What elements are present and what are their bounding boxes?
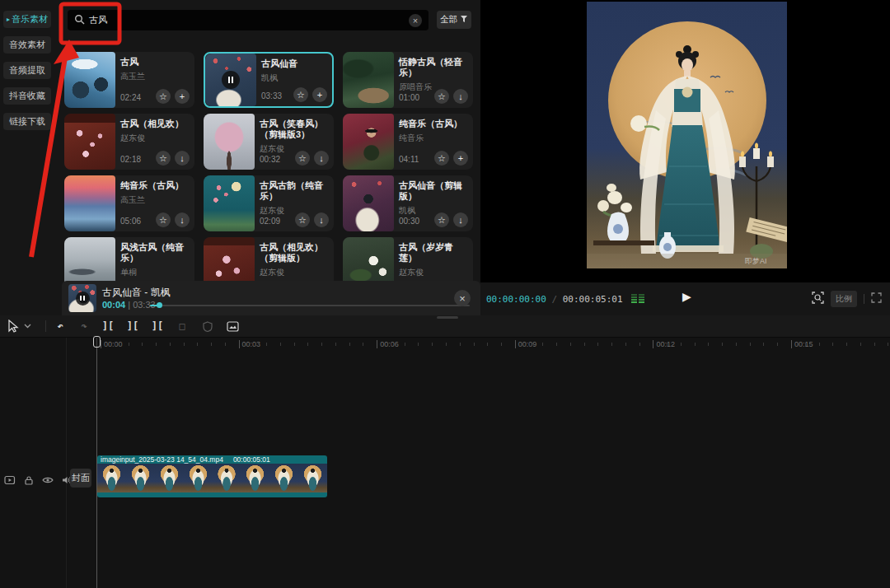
video-clip[interactable]: imageinput_2025-03-23 14_54_04.mp4 00:00… (97, 455, 327, 497)
music-artist: 赵东俊 (399, 267, 469, 278)
play-button[interactable]: ▶ (682, 290, 691, 303)
track-header-divider (66, 338, 67, 588)
music-artist: 高玉兰 (120, 71, 190, 82)
filter-button[interactable]: 全部 (437, 11, 471, 29)
sidebar-item-label: 音频提取 (9, 64, 45, 77)
music-duration: 04:11 (399, 155, 419, 164)
favorite-button[interactable]: ☆ (434, 89, 449, 104)
download-button[interactable]: ↓ (314, 212, 329, 227)
download-button[interactable]: ↓ (175, 151, 190, 166)
music-card[interactable]: 古风仙音凯枫03:33☆+ (204, 52, 334, 108)
music-card[interactable]: 纯音乐（古风）高玉兰05:06☆↓ (64, 175, 194, 231)
timeline-panel: 00:0000:0300:0600:0900:1200:15 封面 imagei… (0, 338, 890, 588)
close-player-button[interactable]: × (454, 290, 471, 306)
favorite-button[interactable]: ☆ (293, 87, 308, 102)
pause-icon[interactable] (222, 71, 240, 89)
favorite-button[interactable]: ☆ (295, 212, 310, 227)
download-button[interactable]: ↓ (453, 89, 468, 104)
preview-zoom-icon[interactable] (812, 292, 824, 307)
favorite-button[interactable]: ☆ (156, 89, 171, 104)
ruler-tick (819, 343, 820, 346)
ruler-tick (681, 343, 682, 346)
ruler-tick (197, 343, 198, 346)
fullscreen-icon[interactable] (871, 292, 882, 306)
sidebar-item-link-download[interactable]: 链接下载 (3, 113, 51, 130)
select-tool-button[interactable] (6, 318, 19, 334)
split-keep-left-button[interactable]: ][ (126, 318, 139, 334)
ruler-tick (736, 343, 737, 346)
ruler-tick (570, 343, 571, 346)
filmstrip-frame (298, 464, 327, 492)
sidebar-item-sfx[interactable]: 音效素材 (3, 36, 51, 54)
sidebar-item-audio-extract[interactable]: 音频提取 (3, 62, 51, 79)
ruler-tick (501, 343, 502, 346)
search-input[interactable]: 古风 × (68, 10, 429, 30)
playback-progress-bar[interactable] (150, 305, 470, 306)
add-to-track-button[interactable]: + (175, 89, 190, 104)
cover-frame-button[interactable] (226, 318, 239, 334)
music-thumbnail (204, 114, 255, 170)
undo-button[interactable]: ↶ (54, 318, 67, 334)
music-thumbnail (343, 52, 394, 108)
music-thumbnail (204, 175, 255, 231)
search-query-text: 古风 (89, 14, 409, 26)
ruler-tick (860, 343, 861, 346)
preview-total-time: 00:00:05:01 (563, 294, 623, 305)
music-duration: 01:00 (399, 93, 419, 102)
sidebar-item-douyin-favorites[interactable]: 抖音收藏 (3, 87, 51, 105)
ruler-label: 00:03 (239, 340, 261, 348)
music-thumbnail (343, 114, 394, 170)
ruler-tick (529, 343, 530, 346)
aspect-ratio-button[interactable]: 比例 (831, 291, 857, 307)
search-clear-button[interactable]: × (409, 14, 422, 27)
funnel-icon (460, 15, 468, 25)
music-card[interactable]: 古风古韵（纯音乐）赵东俊02:09☆↓ (204, 175, 334, 231)
delete-button: □ (176, 318, 189, 334)
favorite-button[interactable]: ☆ (295, 151, 310, 166)
favorite-button[interactable]: ☆ (434, 212, 449, 227)
music-card[interactable]: 古风仙音（剪辑版）凯枫00:30☆↓ (343, 175, 473, 231)
music-card[interactable]: 古风高玉兰02:24☆+ (64, 52, 194, 108)
chevron-down-button[interactable] (21, 318, 34, 334)
lock-track-icon[interactable] (22, 474, 35, 486)
playhead-handle[interactable] (93, 336, 101, 348)
ruler-tick (474, 343, 475, 346)
add-to-track-button[interactable]: + (312, 87, 327, 102)
preview-image: 即梦AI (587, 2, 787, 268)
ruler-tick (432, 343, 433, 346)
hide-track-icon[interactable] (41, 474, 54, 486)
clip-filename: imageinput_2025-03-23 14_54_04.mp4 (101, 455, 223, 464)
music-artist: 高玉兰 (120, 194, 190, 206)
cover-button[interactable]: 封面 (70, 469, 91, 488)
mask-button (201, 318, 214, 334)
music-title: 古风（笑春风）（剪辑版3） (260, 119, 330, 140)
progress-handle[interactable] (157, 302, 162, 308)
filmstrip-frame (126, 464, 155, 492)
music-card[interactable]: 纯音乐（古风）纯音乐04:11☆+ (343, 114, 473, 170)
add-to-track-button[interactable]: + (453, 151, 468, 166)
music-card[interactable]: 恬静古风（轻音乐）原唱音乐01:00☆↓ (343, 52, 473, 108)
music-card[interactable]: 古风（相见欢）赵东俊02:18☆↓ (64, 114, 194, 170)
sidebar-item-label: 链接下载 (9, 115, 45, 128)
sidebar-item-music[interactable]: ▸音乐素材 (3, 11, 51, 28)
panel-resize-handle[interactable] (437, 316, 458, 319)
app-window: ▸音乐素材音效素材音频提取抖音收藏链接下载 古风 × 全部 古风高玉兰02:24… (0, 0, 890, 588)
sidebar-item-label: 音效素材 (9, 39, 45, 51)
download-button[interactable]: ↓ (314, 151, 329, 166)
filmstrip-frame (97, 464, 126, 492)
ruler-tick (335, 343, 336, 346)
video-preview-frame: 即梦AI (587, 2, 787, 268)
favorite-button[interactable]: ☆ (156, 212, 171, 227)
filmstrip-frame (241, 464, 269, 492)
ruler-tick (321, 343, 322, 346)
favorite-button[interactable]: ☆ (434, 151, 449, 166)
split-keep-right-button[interactable]: ][ (151, 318, 164, 334)
music-card[interactable]: 古风（笑春风）（剪辑版3）赵东俊00:32☆↓ (204, 114, 334, 170)
favorite-button[interactable]: ☆ (156, 151, 171, 166)
pause-icon[interactable] (76, 292, 90, 306)
download-button[interactable]: ↓ (175, 212, 190, 227)
split-button[interactable]: ][ (101, 318, 115, 334)
audio-meter-icon (630, 292, 646, 306)
download-button[interactable]: ↓ (453, 212, 468, 227)
music-thumbnail (64, 175, 115, 231)
